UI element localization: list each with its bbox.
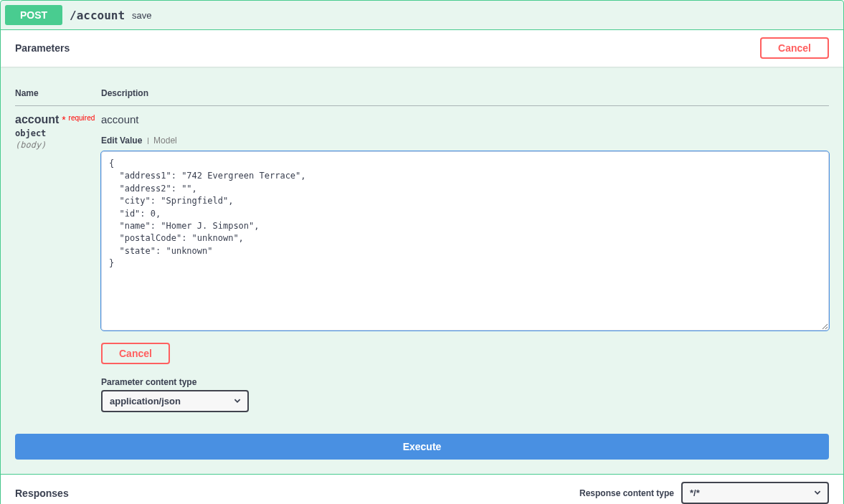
parameter-row: account * required object (body) account… bbox=[15, 106, 829, 420]
param-type: object bbox=[15, 128, 101, 138]
response-content-type-select[interactable]: */* bbox=[681, 482, 829, 504]
col-header-description: Description bbox=[101, 81, 829, 106]
try-it-out-cancel-button[interactable]: Cancel bbox=[760, 37, 829, 59]
parameters-body: Name Description account * required obje… bbox=[1, 67, 843, 419]
execute-button[interactable]: Execute bbox=[15, 434, 829, 460]
operation-block: POST /account save Parameters Cancel Nam… bbox=[0, 0, 844, 504]
tab-separator bbox=[148, 138, 148, 144]
param-content-type-select[interactable]: application/json bbox=[101, 390, 249, 412]
parameters-header: Parameters Cancel bbox=[1, 29, 843, 67]
param-in: (body) bbox=[15, 140, 101, 150]
param-content-type-select-wrap: application/json bbox=[101, 390, 249, 412]
operation-summary: save bbox=[132, 10, 151, 21]
tab-edit-value[interactable]: Edit Value bbox=[101, 135, 142, 146]
operation-header[interactable]: POST /account save bbox=[1, 1, 843, 29]
tab-model[interactable]: Model bbox=[153, 135, 177, 146]
value-model-tabs: Edit Value Model bbox=[101, 135, 829, 146]
parameters-table: Name Description account * required obje… bbox=[15, 81, 829, 419]
param-name: account bbox=[15, 113, 59, 125]
required-star: * bbox=[62, 114, 65, 125]
response-content-type-label: Response content type bbox=[579, 488, 674, 498]
body-textarea[interactable] bbox=[101, 151, 829, 331]
execute-row: Execute bbox=[1, 419, 843, 474]
col-header-name: Name bbox=[15, 81, 101, 106]
response-content-type-group: Response content type */* bbox=[579, 482, 829, 504]
body-cancel-button[interactable]: Cancel bbox=[101, 343, 170, 364]
responses-header: Responses Response content type */* bbox=[1, 474, 843, 504]
responses-title: Responses bbox=[15, 488, 69, 499]
param-description: account bbox=[101, 113, 829, 125]
method-badge: POST bbox=[5, 5, 62, 25]
param-content-type-label: Parameter content type bbox=[101, 377, 829, 387]
parameters-title: Parameters bbox=[15, 42, 70, 54]
operation-path: /account bbox=[70, 9, 125, 22]
required-label: required bbox=[69, 114, 95, 122]
